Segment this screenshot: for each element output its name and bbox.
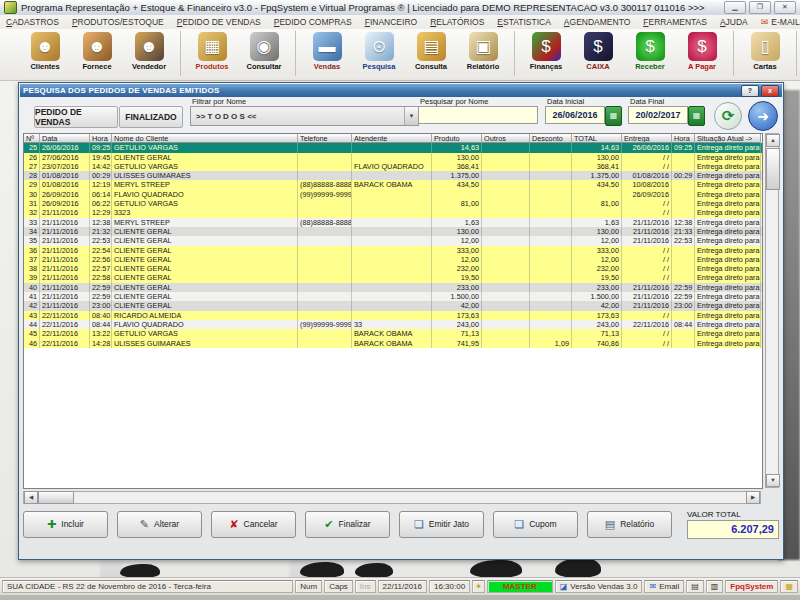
cell-hora — [672, 199, 695, 208]
menu-item-relat-rios[interactable]: RELATÓRIOS — [430, 17, 484, 27]
toolbar-receber-button[interactable]: $Receber — [624, 31, 676, 76]
menu-item-cadastros[interactable]: CADASTROS — [6, 17, 59, 27]
table-row[interactable]: 3221/11/201612:293323/ /Entrega direto p… — [24, 208, 762, 217]
toolbar-vendas-button[interactable]: ▬Vendas — [301, 31, 353, 76]
toolbar-consultar-button[interactable]: ◉Consultar — [238, 31, 290, 76]
vertical-scroll-thumb[interactable] — [766, 148, 780, 190]
toolbar-cartas-button[interactable]: ▯Cartas — [739, 31, 791, 76]
table-row[interactable]: 3421/11/201621:32CLIENTE GERAL130,00130,… — [24, 227, 762, 236]
table-row[interactable]: 4322/11/201608:40RICARDO ALMEIDA173,6317… — [24, 311, 762, 320]
alterar-button[interactable]: ✎Alterar — [117, 511, 202, 538]
restore-button[interactable]: ❐ — [749, 1, 771, 14]
table-row[interactable]: 4622/11/201614:28ULISSES GUIMARAESBARACK… — [24, 339, 762, 348]
panel-help-button[interactable]: ? — [741, 85, 759, 97]
menu-item-email[interactable]: ✉ E-MAIL — [761, 17, 800, 27]
pesquisar-por-nome-input[interactable] — [418, 106, 538, 124]
panel-close-button[interactable]: x — [761, 85, 779, 97]
menu-item-pedido-de-vendas[interactable]: PEDIDO DE VENDAS — [177, 17, 261, 27]
toolbar-a-pagar-button[interactable]: $A Pagar — [676, 31, 728, 76]
calendar-icon[interactable]: ▦ — [688, 106, 705, 126]
column-header-produto[interactable]: Produto — [432, 134, 482, 143]
cell-atendente — [352, 218, 432, 227]
cupom-button[interactable]: ❏Cupom — [493, 511, 578, 538]
toolbar-clientes-button[interactable]: ☻Clientes — [19, 31, 71, 76]
column-header-atendente[interactable]: Atendente — [352, 134, 432, 143]
table-row[interactable]: 4021/11/201622:59CLIENTE GERAL233,00233,… — [24, 283, 762, 292]
horizontal-scroll-thumb[interactable] — [38, 491, 74, 504]
table-row[interactable]: 2526/06/201609:25GETULIO VARGAS14,6314,6… — [24, 143, 762, 152]
cell-telefone — [298, 329, 352, 338]
menu-item-ferramentas[interactable]: FERRAMENTAS — [643, 17, 707, 27]
table-row[interactable]: 2801/08/201600:29ULISSES GUIMARAES1.375,… — [24, 171, 762, 180]
status-email[interactable]: ✉ Email — [644, 580, 684, 593]
emitir-jato-button[interactable]: ❏Emitir Jato — [399, 511, 484, 538]
column-header-situa-o-atual-[interactable]: Situação Atual -> — [695, 134, 761, 143]
table-row[interactable]: 3821/11/201622:57CLIENTE GERAL232,00232,… — [24, 264, 762, 273]
cell-hora: 22:59 — [90, 292, 112, 301]
menu-item-produtos-estoque[interactable]: PRODUTOS/ESTOQUE — [72, 17, 164, 27]
cell-telefone — [298, 208, 352, 217]
column-header-entrega[interactable]: Entrega — [622, 134, 672, 143]
column-header-n-[interactable]: Nº — [24, 134, 40, 143]
scroll-up-icon[interactable]: ▲ — [766, 134, 780, 147]
minimize-button[interactable]: ▁ — [724, 1, 746, 14]
menu-item-agendamento[interactable]: AGENDAMENTO — [564, 17, 630, 27]
column-header-nome-do-cliente[interactable]: Nome do Cliente — [112, 134, 298, 143]
data-final-input[interactable]: 20/02/2017 — [628, 106, 688, 124]
toolbar-produtos-button[interactable]: ▦Produtos — [186, 31, 238, 76]
vertical-scrollbar[interactable]: ▲ ▼ — [765, 133, 779, 488]
table-row[interactable]: 4221/11/201623:00CLIENTE GERAL42,0042,00… — [24, 301, 762, 310]
table-row[interactable]: 3621/11/201622:54CLIENTE GERAL333,00333,… — [24, 246, 762, 255]
table-row[interactable]: 3026/09/201606:14FLAVIO QUADRADO(99)9999… — [24, 190, 762, 199]
data-inicial-input[interactable]: 26/06/2016 — [545, 106, 605, 124]
cell-hora: 09:25 — [90, 143, 112, 152]
column-header-telefone[interactable]: Telefone — [298, 134, 352, 143]
toolbar-relat-rio-button[interactable]: ▣Relatório — [457, 31, 509, 76]
column-header-hora[interactable]: Hora — [672, 134, 695, 143]
orders-table: NºDataHoraNome do ClienteTelefoneAtenden… — [23, 133, 763, 489]
toolbar-fornece-button[interactable]: ☻Fornece — [71, 31, 123, 76]
go-arrow-button[interactable]: ➜ — [748, 101, 778, 131]
refresh-icon[interactable]: ⟳ — [714, 102, 742, 130]
toolbar-caixa-button[interactable]: $CAIXA — [572, 31, 624, 76]
cell-total: 740,86 — [572, 339, 622, 348]
horizontal-scrollbar[interactable]: ◀ ▶ — [23, 491, 761, 504]
table-row[interactable]: 2627/06/201619:45CLIENTE GERAL130,00130,… — [24, 153, 762, 162]
toolbar-vendedor-button[interactable]: ☻Vendedor — [123, 31, 175, 76]
column-header-total[interactable]: TOTAL — [572, 134, 622, 143]
menu-item-estatistica[interactable]: ESTATISTICA — [497, 17, 551, 27]
menu-item-financeiro[interactable]: FINANCEIRO — [365, 17, 417, 27]
filtrar-por-nome-select[interactable]: >> T O D O S << ▼ — [190, 106, 419, 126]
scroll-down-icon[interactable]: ▼ — [766, 474, 780, 487]
column-header-desconto[interactable]: Desconto — [530, 134, 572, 143]
menu-item-ajuda[interactable]: AJUDA — [720, 17, 748, 27]
table-row[interactable]: 3921/11/201622:58CLIENTE GERAL19,5019,50… — [24, 273, 762, 282]
incluir-button[interactable]: ✚Incluir — [23, 511, 108, 538]
table-row[interactable]: 3721/11/201622:56CLIENTE GERAL12,0012,00… — [24, 255, 762, 264]
menu-item-pedido-compras[interactable]: PEDIDO COMPRAS — [274, 17, 352, 27]
printer-icon[interactable]: ▤ — [686, 580, 704, 593]
cancelar-button[interactable]: ✘Cancelar — [211, 511, 296, 538]
relat-rio-button[interactable]: ▤Relatório — [587, 511, 672, 538]
table-row[interactable]: 2723/07/201614:42GETULIO VARGASFLAVIO QU… — [24, 162, 762, 171]
cell-n-: 35 — [24, 236, 40, 245]
table-row[interactable]: 3521/11/201622:53CLIENTE GERAL12,0012,00… — [24, 236, 762, 245]
close-button[interactable]: ✕ — [774, 1, 796, 14]
finalizar-button[interactable]: ✔Finalizar — [305, 511, 390, 538]
toolbar-finan-as-button[interactable]: $Finanças — [520, 31, 572, 76]
table-row[interactable]: 4522/11/201613:22GETULIO VARGASBARACK OB… — [24, 329, 762, 338]
scroll-right-icon[interactable]: ▶ — [746, 491, 760, 504]
network-icon[interactable]: ▥ — [706, 580, 724, 593]
column-header-hora[interactable]: Hora — [90, 134, 112, 143]
toolbar-consulta-button[interactable]: ▤Consulta — [405, 31, 457, 76]
table-row[interactable]: 4121/11/201622:59CLIENTE GERAL1.500,001.… — [24, 292, 762, 301]
table-row[interactable]: 3126/09/201606:22GETULIO VARGAS81,0081,0… — [24, 199, 762, 208]
scroll-left-icon[interactable]: ◀ — [24, 491, 38, 504]
column-header-outros[interactable]: Outros — [482, 134, 530, 143]
column-header-data[interactable]: Data — [40, 134, 90, 143]
calendar-icon[interactable]: ▦ — [605, 106, 622, 126]
table-row[interactable]: 2901/08/201612:19MERYL STREEP(88)88888-8… — [24, 180, 762, 189]
table-row[interactable]: 4422/11/201608:44FLAVIO QUADRADO(99)9999… — [24, 320, 762, 329]
table-row[interactable]: 3321/11/201612:38MERYL STREEP(88)88888-8… — [24, 218, 762, 227]
toolbar-pesquisa-button[interactable]: ⊙Pesquisa — [353, 31, 405, 76]
